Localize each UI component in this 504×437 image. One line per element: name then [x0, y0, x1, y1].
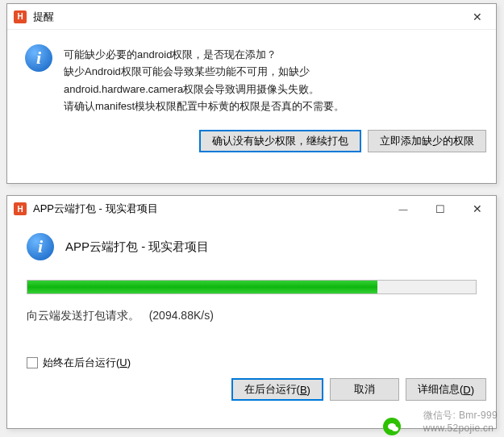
status-line: 向云端发送打包请求。 (2094.88K/s): [27, 309, 477, 323]
app-icon: H: [14, 10, 27, 23]
message-line: 缺少Android权限可能会导致某些功能不可用，如缺少: [64, 63, 485, 80]
message-line: 请确认manifest模块权限配置中标黄的权限是否真的不需要。: [64, 98, 485, 114]
info-icon: i: [25, 44, 52, 72]
progress-bar: [27, 280, 477, 294]
message-line: 可能缺少必要的android权限，是否现在添加？: [64, 46, 485, 63]
cancel-button[interactable]: 取消: [330, 378, 399, 401]
info-icon: i: [27, 233, 54, 260]
titlebar: H 提醒 ✕: [7, 4, 496, 30]
maximize-icon[interactable]: ☐: [422, 196, 459, 222]
add-permissions-button[interactable]: 立即添加缺少的权限: [368, 130, 486, 152]
app-icon: H: [14, 202, 27, 215]
progress-heading: APP云端打包 - 现实君项目: [65, 239, 209, 255]
message-lines: 可能缺少必要的android权限，是否现在添加？ 缺少Android权限可能会导…: [64, 44, 485, 115]
window-controls: — ☐ ✕: [385, 196, 496, 222]
wechat-icon: [383, 418, 401, 435]
checkbox-label: 始终在后台运行(U): [43, 356, 131, 370]
details-button[interactable]: 详细信息(D): [406, 378, 486, 401]
reminder-dialog: H 提醒 ✕ i 可能缺少必要的android权限，是否现在添加？ 缺少Andr…: [6, 3, 497, 184]
close-icon[interactable]: ✕: [459, 196, 496, 222]
run-background-button[interactable]: 在后台运行(B): [231, 378, 323, 401]
titlebar: H APP云端打包 - 现实君项目 — ☐ ✕: [7, 196, 496, 222]
close-icon[interactable]: ✕: [459, 4, 496, 30]
info-icon-wrap: i: [25, 44, 64, 115]
progress-body: i APP云端打包 - 现实君项目 向云端发送打包请求。 (2094.88K/s…: [7, 222, 496, 370]
checkbox-icon[interactable]: [27, 357, 38, 368]
progress-fill: [27, 281, 377, 293]
status-text: 向云端发送打包请求。: [27, 309, 140, 322]
cloud-build-dialog: H APP云端打包 - 现实君项目 — ☐ ✕ i APP云端打包 - 现实君项…: [6, 195, 497, 429]
dialog-title: APP云端打包 - 现实君项目: [33, 202, 385, 216]
message-line: android.hardware.camera权限会导致调用摄像头失败。: [64, 81, 485, 98]
confirm-continue-button[interactable]: 确认没有缺少权限，继续打包: [199, 130, 361, 152]
message-body: i 可能缺少必要的android权限，是否现在添加？ 缺少Android权限可能…: [7, 30, 496, 122]
always-background-checkbox-row[interactable]: 始终在后台运行(U): [27, 356, 478, 370]
button-row: 在后台运行(B) 取消 详细信息(D): [7, 370, 496, 410]
speed-text: (2094.88K/s): [149, 309, 214, 322]
window-controls: ✕: [459, 4, 496, 29]
progress-header: i APP云端打包 - 现实君项目: [25, 222, 478, 275]
minimize-icon[interactable]: —: [385, 196, 422, 222]
dialog-title: 提醒: [33, 10, 459, 24]
button-row: 确认没有缺少权限，继续打包 立即添加缺少的权限: [7, 122, 496, 162]
